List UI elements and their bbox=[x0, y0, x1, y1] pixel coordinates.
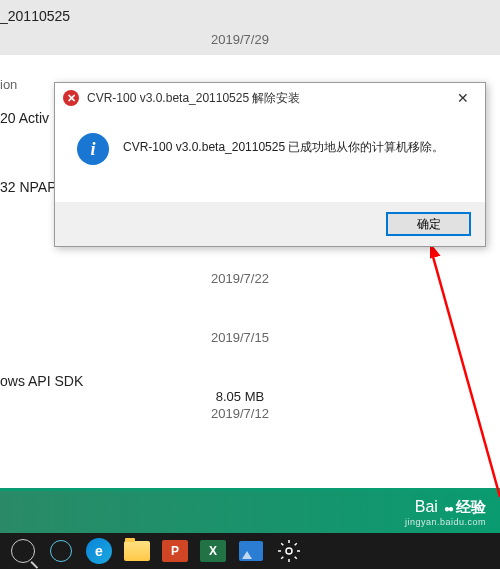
watermark-url: jingyan.baidu.com bbox=[405, 517, 486, 527]
app-item[interactable]: _20110525 2019/7/29 bbox=[0, 0, 500, 55]
dialog-title: CVR-100 v3.0.beta_20110525 解除安装 bbox=[87, 90, 449, 107]
folder-icon[interactable] bbox=[120, 536, 154, 566]
info-icon: i bbox=[77, 133, 109, 165]
dialog-titlebar[interactable]: ✕ CVR-100 v3.0.beta_20110525 解除安装 ✕ bbox=[55, 83, 485, 113]
watermark-cn: 经验 bbox=[456, 498, 486, 517]
close-button[interactable]: ✕ bbox=[449, 87, 477, 109]
uninstall-dialog: ✕ CVR-100 v3.0.beta_20110525 解除安装 ✕ i CV… bbox=[54, 82, 486, 247]
search-icon[interactable] bbox=[6, 536, 40, 566]
ok-button[interactable]: 确定 bbox=[386, 212, 471, 236]
cortana-icon[interactable] bbox=[44, 536, 78, 566]
app-name: _20110525 bbox=[0, 8, 480, 24]
app-item[interactable]: 2019/7/15 bbox=[0, 294, 500, 353]
watermark-brand: Bai bbox=[415, 498, 438, 516]
app-date: 2019/7/22 bbox=[0, 271, 480, 286]
app-date: 2019/7/15 bbox=[0, 330, 480, 345]
dialog-footer: 确定 bbox=[55, 202, 485, 246]
settings-icon[interactable] bbox=[272, 536, 306, 566]
app-date: 2019/7/12 bbox=[0, 406, 480, 421]
app-size: 8.05 MB bbox=[0, 389, 480, 404]
dialog-body: i CVR-100 v3.0.beta_20110525 已成功地从你的计算机移… bbox=[55, 113, 485, 177]
error-icon: ✕ bbox=[63, 90, 79, 106]
dialog-message: CVR-100 v3.0.beta_20110525 已成功地从你的计算机移除。 bbox=[123, 133, 444, 156]
paw-icon: ●● bbox=[444, 503, 452, 514]
app-date: 2019/7/29 bbox=[0, 32, 480, 47]
app-name: ows API SDK bbox=[0, 373, 480, 389]
photos-icon[interactable] bbox=[234, 536, 268, 566]
svg-point-1 bbox=[286, 548, 292, 554]
taskbar[interactable]: e P X bbox=[0, 533, 500, 569]
app-item[interactable]: ows API SDK 8.05 MB 2019/7/12 bbox=[0, 353, 500, 429]
watermark-banner: Bai ●● 经验 jingyan.baidu.com bbox=[0, 491, 500, 533]
excel-icon[interactable]: X bbox=[196, 536, 230, 566]
edge-icon[interactable]: e bbox=[82, 536, 116, 566]
powerpoint-icon[interactable]: P bbox=[158, 536, 192, 566]
